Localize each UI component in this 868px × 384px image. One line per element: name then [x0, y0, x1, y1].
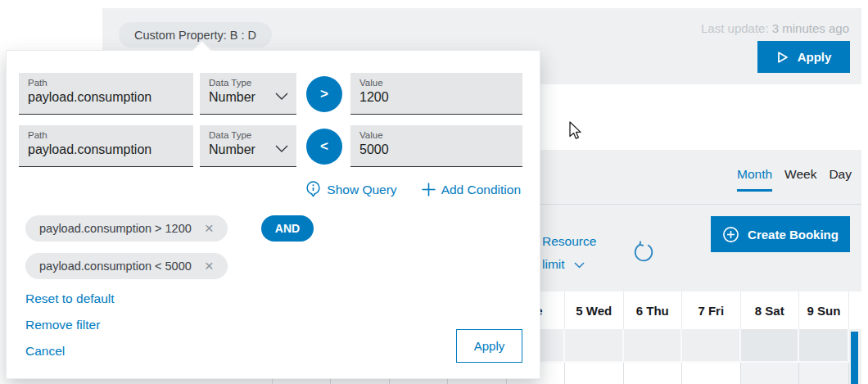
operator-button-lt[interactable]: <: [306, 129, 342, 165]
operator-button-gt[interactable]: >: [306, 76, 342, 112]
tab-week[interactable]: Week: [784, 167, 816, 192]
resource-limit-label: Resource limit: [542, 234, 596, 271]
tab-month[interactable]: Month: [737, 167, 772, 192]
active-tab-underline: [737, 189, 772, 192]
create-booking-label: Create Booking: [748, 228, 839, 242]
day-header-wed: 5 Wed: [565, 291, 624, 329]
calendar-cell-weekend[interactable]: [799, 329, 849, 363]
calendar-cell-weekend[interactable]: [799, 363, 849, 384]
calendar-cell[interactable]: [682, 363, 741, 384]
condition-chip-text: payload.consumption < 5000: [39, 260, 192, 273]
popup-apply-button[interactable]: Apply: [456, 329, 522, 363]
last-update-label: Last update:: [701, 21, 769, 35]
add-condition-label: Add Condition: [441, 183, 521, 197]
tab-month-label: Month: [737, 167, 772, 181]
reset-to-default-link[interactable]: Reset to default: [25, 291, 115, 306]
data-type-label: Data Type: [209, 77, 288, 88]
value-field-label: Value: [359, 77, 514, 88]
calendar-cell[interactable]: [624, 329, 683, 363]
plus-icon: [422, 183, 436, 197]
day-header-fri: 7 Fri: [682, 291, 741, 329]
data-type-select[interactable]: Data Type Number: [200, 125, 296, 167]
chevron-down-icon: [574, 262, 585, 269]
calendar-cell[interactable]: [624, 363, 683, 384]
day-header-sat: 8 Sat: [741, 291, 800, 329]
path-field-value: payload.consumption: [28, 88, 185, 106]
cancel-link[interactable]: Cancel: [25, 344, 65, 359]
create-booking-button[interactable]: Create Booking: [711, 216, 850, 252]
apply-button-label: Apply: [798, 50, 832, 64]
plus-circle-icon: [722, 226, 739, 243]
vertical-scrollbar[interactable]: [851, 332, 858, 384]
show-query-label: Show Query: [327, 183, 396, 197]
day-header-thu: 6 Thu: [624, 291, 683, 329]
calendar-cell[interactable]: [682, 329, 741, 363]
chevron-down-icon: [275, 145, 288, 153]
remove-filter-link[interactable]: Remove filter: [25, 318, 100, 332]
condition-chip-text: payload.consumption > 1200: [39, 222, 192, 235]
path-field[interactable]: Path payload.consumption: [19, 125, 193, 167]
popup-links-row: Show Query Add Condition: [7, 181, 521, 198]
join-operator-pill[interactable]: AND: [261, 215, 314, 242]
last-update-value: 3 minutes ago: [772, 21, 849, 35]
path-field-label: Path: [28, 77, 185, 88]
condition-chip: payload.consumption < 5000 ×: [25, 253, 228, 279]
calendar-cell-weekend[interactable]: [741, 329, 800, 363]
resource-limit-dropdown[interactable]: Resource limit: [542, 230, 617, 276]
chevron-down-icon: [275, 93, 288, 101]
value-field-value: 5000: [359, 141, 514, 159]
calendar-cell[interactable]: [565, 329, 624, 363]
add-condition-link[interactable]: Add Condition: [422, 181, 521, 198]
value-field-value: 1200: [359, 88, 514, 106]
calendar-cell[interactable]: [565, 363, 624, 384]
view-tabs: Month Week Day: [737, 167, 852, 192]
path-field[interactable]: Path payload.consumption: [19, 73, 193, 115]
path-field-label: Path: [28, 129, 185, 141]
mouse-cursor: [569, 121, 585, 140]
remove-condition-icon[interactable]: ×: [205, 221, 214, 236]
condition-chip: payload.consumption > 1200 ×: [25, 215, 228, 242]
last-update-status: Last update: 3 minutes ago: [701, 21, 849, 35]
path-field-value: payload.consumption: [28, 141, 185, 159]
data-type-label: Data Type: [209, 129, 288, 141]
value-field[interactable]: Value 5000: [350, 125, 522, 167]
show-query-link[interactable]: Show Query: [305, 181, 396, 198]
remove-condition-icon[interactable]: ×: [205, 259, 214, 273]
value-field[interactable]: Value 1200: [350, 73, 522, 115]
value-field-label: Value: [359, 129, 514, 141]
calendar-cell-weekend[interactable]: [741, 363, 800, 384]
play-icon: [776, 51, 789, 64]
info-bubble-icon: [305, 181, 321, 198]
day-header-sun: 9 Sun: [799, 291, 849, 329]
refresh-button[interactable]: [631, 241, 656, 265]
tab-week-label: Week: [784, 167, 816, 181]
tab-day[interactable]: Day: [829, 167, 852, 192]
refresh-icon: [632, 241, 655, 264]
apply-filters-button[interactable]: Apply: [757, 41, 850, 73]
filter-popup: Path payload.consumption Data Type Numbe…: [6, 50, 540, 379]
custom-property-filter-chip[interactable]: Custom Property: B : D: [119, 22, 272, 47]
data-type-select[interactable]: Data Type Number: [200, 73, 296, 115]
tab-day-label: Day: [829, 167, 852, 181]
app-window: Custom Property: B : D Last update: 3 mi…: [0, 0, 868, 384]
